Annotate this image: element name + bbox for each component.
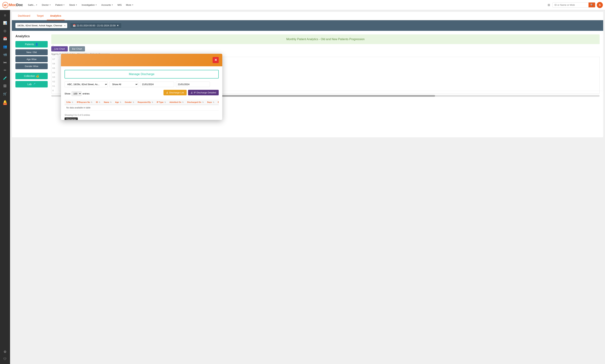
lab-icon: 🧪 [33, 83, 36, 86]
modal-date-to[interactable] [176, 81, 210, 87]
bar-chart-button[interactable]: Bar Chart [69, 46, 85, 52]
search-input[interactable] [553, 2, 589, 7]
sidebar-item-help[interactable]: 🛡 [1, 355, 9, 363]
modal-location-select[interactable]: ABC, 18/29c, 82nd Street, As... [65, 81, 108, 87]
patients-icon: 👤 [35, 43, 38, 46]
modal-location-wrapper: ABC, 18/29c, 82nd Street, As... [65, 81, 108, 87]
search-box: 🔍 [552, 2, 595, 8]
calendar-icon: 📅 [73, 24, 76, 27]
chevron-down-icon: ▼ [36, 4, 38, 6]
nav-patient[interactable]: Patient ▼ [54, 2, 66, 7]
no-data-message: No data available in table [65, 105, 219, 111]
top-navigation: M D MocDoc Sathi... ▼ Doctor ▼ Patient ▼… [0, 0, 605, 10]
sort-icon: ⇅ [133, 101, 134, 103]
nav-stock[interactable]: Stock ▼ [68, 2, 79, 7]
col-id: ID ⇅ [94, 100, 102, 105]
modal-actions-row: Show 100 entries 🖨 Discharge List 🖨 IP D… [65, 90, 219, 97]
analytics-title: Analytics [15, 34, 48, 38]
sort-icon: ⇅ [164, 101, 166, 103]
manage-discharge-modal: ✕ Manage Discharge ABC, 18/29c, 82nd Str… [61, 54, 222, 120]
location-select-wrapper: 18/29c, 82nd Street, Ashok Nagar, Chenna… [15, 23, 67, 28]
nav-more[interactable]: More ▼ [125, 2, 135, 7]
tab-target[interactable]: Target [34, 12, 47, 20]
sidebar-item-bed[interactable]: 🛏 [1, 59, 9, 66]
col-bills: Bills ⇅ [216, 100, 219, 105]
gender-wise-button[interactable]: Gender Wise [15, 63, 48, 69]
print-icon: 🖨 [191, 91, 193, 94]
sidebar-item-bell[interactable]: 🔔 new [1, 98, 9, 105]
scrollbar-thumb [216, 95, 435, 97]
sidebar-item-chart[interactable]: 📊 [1, 19, 9, 26]
col-admitted-on: Admitted On ⇅ [168, 100, 185, 105]
col-ipdaycare: IP/Daycare No ⇅ [75, 100, 94, 105]
chart-header: Monthly Patient Analytics - Old and New … [51, 34, 600, 44]
sidebar-item-home[interactable]: ⌂ [1, 12, 9, 19]
col-gender: Gender ⇅ [123, 100, 136, 105]
col-ip-type: IP Type ⇅ [155, 100, 168, 105]
nav-doctor[interactable]: Doctor ▼ [40, 2, 52, 7]
sort-icon: ⇅ [202, 101, 204, 103]
modal-filters: ABC, 18/29c, 82nd Street, As... Show All [65, 81, 219, 87]
date-picker-button[interactable]: 📅 21-01-2024 00:00 - 21-01-2024 23:59 ▼ [70, 23, 122, 28]
age-wise-button[interactable]: Age Wise [15, 56, 48, 62]
new-badge: new [3, 104, 7, 105]
search-button[interactable]: 🔍 [589, 2, 595, 7]
col-sno: S.No ⇅ [65, 100, 75, 105]
nav-sathi[interactable]: Sathi... ▼ [26, 2, 39, 7]
search-area: ⊞ 🔍 S [547, 2, 603, 8]
discharge-table: S.No ⇅ IP/Daycare No ⇅ ID ⇅ [65, 100, 219, 111]
patients-section-button[interactable]: Patients 👤 [15, 41, 48, 48]
print-icon: 🖨 [166, 91, 168, 94]
collection-icon: 💰 [36, 75, 39, 78]
tab-analytics[interactable]: Analytics [47, 12, 64, 20]
sidebar-item-users[interactable]: 👥 [1, 43, 9, 50]
chart-title: Monthly Patient Analytics - Old and New … [54, 38, 596, 41]
chevron-down-icon: ▼ [95, 4, 97, 6]
nav-investigation[interactable]: Investigation ▼ [80, 2, 98, 7]
svg-text:D: D [5, 4, 7, 7]
nav-accounts[interactable]: Accounts ▼ [100, 2, 115, 7]
discharge-list-button[interactable]: 🖨 Discharge List [163, 90, 186, 95]
filter-bar: 18/29c, 82nd Street, Ashok Nagar, Chenna… [12, 20, 603, 31]
col-name: Name ⇅ [102, 100, 113, 105]
table-body: No data available in table [65, 105, 219, 111]
user-avatar[interactable]: S [597, 2, 603, 8]
expand-icon[interactable]: ⊞ [548, 3, 550, 7]
sort-icon: ⇅ [182, 101, 184, 103]
date-range-label: 21-01-2024 00:00 - 21-01-2024 23:59 [77, 24, 116, 27]
ip-discharge-detailed-button[interactable]: 🖨 IP Discharge Detailed [188, 90, 219, 95]
sidebar-item-cart[interactable]: 🛒 [1, 90, 9, 97]
col-age: Age ⇅ [113, 100, 123, 105]
location-select[interactable]: 18/29c, 82nd Street, Ashok Nagar, Chenna… [15, 23, 67, 28]
chevron-down-icon: ▼ [132, 4, 133, 6]
collection-section-button[interactable]: Collection 💰 [15, 73, 48, 79]
chevron-down-icon: ▼ [76, 4, 77, 6]
page-tabs: Dashboard Target Analytics [12, 12, 603, 20]
table-footer: Showing 0 to 0 of 0 entries [65, 114, 90, 116]
modal-date-from[interactable] [140, 81, 174, 87]
sidebar-bottom: ⚙ 🛡 [1, 348, 9, 363]
sidebar-item-edit[interactable]: ✏ [1, 67, 9, 74]
sort-icon: ⇅ [152, 101, 153, 103]
sidebar-item-target[interactable]: ◎ [1, 27, 9, 34]
modal-filter-select[interactable]: Show All [109, 81, 138, 87]
sidebar-item-image[interactable]: 🖼 [1, 82, 9, 90]
analytics-left-panel: Analytics Patients 👤 New / Old Age Wise … [15, 34, 48, 97]
action-buttons: 🖨 Discharge List 🖨 IP Discharge Detailed [163, 90, 219, 95]
tab-dashboard[interactable]: Dashboard [15, 12, 34, 20]
sort-icon: ⇅ [213, 101, 214, 103]
sidebar-item-video[interactable]: 📹 [1, 51, 9, 58]
new-old-button[interactable]: New / Old [15, 49, 48, 55]
sidebar: ⌂ 📊 ◎ 📅 👥 📹 🛏 ✏ 🧪 🖼 🛒 🔔 new ⚙ 🛡 [0, 10, 10, 364]
sidebar-item-lab[interactable]: 🧪 [1, 75, 9, 82]
table-head: S.No ⇅ IP/Daycare No ⇅ ID ⇅ [65, 100, 219, 105]
nav-mis[interactable]: MIS [116, 2, 123, 7]
modal-filter-wrapper: Show All [109, 81, 138, 87]
sidebar-item-calendar[interactable]: 📅 [1, 35, 9, 42]
col-requested-by: Requested By ⇅ [136, 100, 155, 105]
modal-close-button[interactable]: ✕ [213, 57, 219, 63]
entries-select[interactable]: 100 [72, 91, 81, 96]
sidebar-item-settings[interactable]: ⚙ [1, 348, 9, 355]
lab-section-button[interactable]: Lab 🧪 [15, 81, 48, 88]
modal-title: Manage Discharge [65, 70, 219, 78]
